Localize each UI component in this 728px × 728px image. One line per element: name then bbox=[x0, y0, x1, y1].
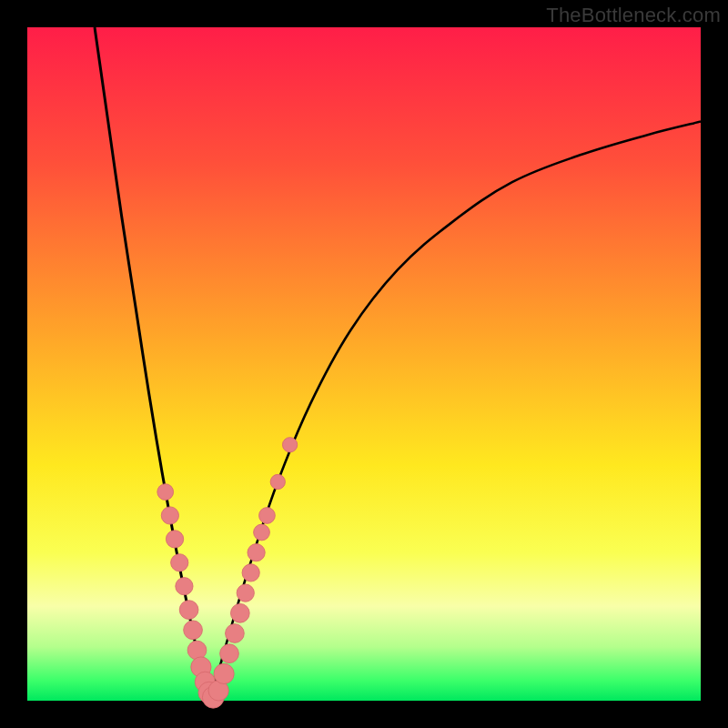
data-marker bbox=[259, 508, 276, 524]
data-marker bbox=[230, 603, 249, 622]
data-marker bbox=[176, 578, 193, 595]
marker-group bbox=[157, 438, 298, 708]
data-marker bbox=[282, 438, 297, 452]
chart-svg bbox=[27, 27, 701, 701]
data-marker bbox=[220, 644, 239, 663]
data-marker bbox=[166, 531, 183, 548]
data-marker bbox=[179, 601, 198, 620]
data-marker bbox=[237, 584, 254, 602]
data-marker bbox=[214, 663, 234, 683]
data-marker bbox=[171, 554, 188, 571]
data-marker bbox=[184, 621, 203, 640]
data-marker bbox=[254, 524, 270, 541]
data-marker bbox=[161, 507, 178, 524]
watermark-text: TheBottleneck.com bbox=[546, 4, 721, 27]
data-marker bbox=[187, 641, 207, 660]
curve-group bbox=[95, 27, 701, 701]
chart-frame: TheBottleneck.com bbox=[0, 0, 728, 728]
data-marker bbox=[226, 624, 245, 643]
data-marker bbox=[270, 474, 285, 489]
data-marker bbox=[242, 564, 259, 581]
curve-left-branch bbox=[95, 27, 209, 701]
plot-area bbox=[27, 27, 701, 701]
data-marker bbox=[157, 484, 174, 500]
data-marker bbox=[248, 544, 265, 561]
curve-right-branch bbox=[209, 122, 701, 701]
